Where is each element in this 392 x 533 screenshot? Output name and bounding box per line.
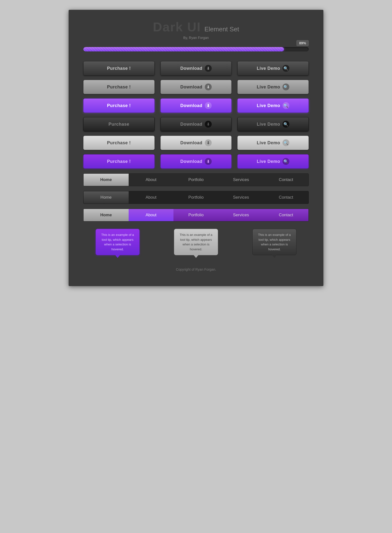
livedemo-button-purpleflat[interactable]: Live Demo 🔍	[237, 154, 309, 169]
purchase-label-dark2: Purchase	[109, 122, 129, 127]
title-text: Dark UI	[153, 20, 201, 34]
nav3-home[interactable]: Home	[84, 209, 129, 221]
header: Dark UI Element Set By, Ryan Forgan	[83, 20, 309, 40]
livedemo-label-purple: Live Demo	[257, 103, 280, 108]
navbar-3: Home About Portfolio Services Contact	[83, 209, 309, 221]
nav1-portfolio[interactable]: Portfolio	[173, 174, 219, 186]
search-icon-lightgray: 🔍	[282, 139, 289, 146]
button-row-6: Purchase ! Download ⬇ Live Demo 🔍	[83, 154, 309, 169]
search-icon-dark2: 🔍	[282, 121, 289, 128]
download-icon-gray: ⬇	[205, 84, 212, 90]
tooltip-silver: This is an example of a tool tip, which …	[174, 229, 218, 255]
download-button-lightgray[interactable]: Download ⬇	[160, 136, 232, 150]
nav1-about[interactable]: About	[129, 174, 174, 186]
livedemo-label-lightgray: Live Demo	[257, 140, 280, 145]
download-label-purple: Download	[180, 103, 202, 108]
purchase-button-dark[interactable]: Purchase !	[83, 61, 155, 75]
tooltip-wrapper-1: This is an example of a tool tip, which …	[83, 229, 152, 255]
nav1-services[interactable]: Services	[219, 174, 264, 186]
download-button-purpleflat[interactable]: Download ⬇	[160, 154, 232, 169]
nav3-contact[interactable]: Contact	[263, 209, 308, 221]
livedemo-label-dark2: Live Demo	[257, 122, 280, 127]
button-row-4: Purchase Download ⬇ Live Demo 🔍	[83, 117, 309, 131]
download-icon-purpleflat: ⬇	[205, 158, 212, 165]
button-row-3: Purchase ! Download ⬇ Live Demo 🔍	[83, 98, 309, 113]
progress-bar-background	[83, 47, 309, 51]
nav2-contact[interactable]: Contact	[263, 191, 308, 204]
livedemo-button-purple[interactable]: Live Demo 🔍	[237, 98, 309, 113]
tooltip-dark: This is an example of a tool tip, which …	[252, 229, 296, 255]
purchase-button-gray[interactable]: Purchase !	[83, 80, 155, 94]
tooltip-dark-text: This is an example of a tool tip, which …	[258, 233, 291, 251]
download-icon-lightgray: ⬇	[205, 139, 212, 146]
search-icon-gray: 🔍	[282, 84, 289, 90]
download-label-dark2: Download	[180, 122, 202, 127]
download-icon-dark2: ⬇	[205, 121, 212, 128]
button-row-2: Purchase ! Download ⬇ Live Demo 🔍	[83, 80, 309, 94]
nav2-services[interactable]: Services	[219, 191, 264, 204]
tooltip-wrapper-2: This is an example of a tool tip, which …	[162, 229, 230, 255]
download-label-dark: Download	[180, 66, 202, 71]
livedemo-button-dark[interactable]: Live Demo 🔍	[237, 61, 309, 75]
tooltip-section: This is an example of a tool tip, which …	[83, 229, 309, 255]
purchase-label-lightgray: Purchase !	[107, 140, 131, 145]
tooltip-wrapper-3: This is an example of a tool tip, which …	[240, 229, 309, 255]
livedemo-label-purpleflat: Live Demo	[257, 159, 280, 164]
download-button-dark[interactable]: Download ⬇	[160, 61, 232, 75]
download-button-purple[interactable]: Download ⬇	[160, 98, 232, 113]
header-title: Dark UI Element Set	[83, 20, 309, 34]
nav3-portfolio[interactable]: Portfolio	[173, 209, 219, 221]
download-button-gray[interactable]: Download ⬇	[160, 80, 232, 94]
button-row-1: Purchase ! Download ⬇ Live Demo 🔍	[83, 61, 309, 75]
livedemo-button-lightgray[interactable]: Live Demo 🔍	[237, 136, 309, 150]
search-icon-dark: 🔍	[282, 65, 289, 72]
search-icon-purpleflat: 🔍	[282, 158, 289, 165]
purchase-button-purple[interactable]: Purchase !	[83, 98, 155, 113]
livedemo-button-dark2[interactable]: Live Demo 🔍	[237, 117, 309, 131]
livedemo-label-gray: Live Demo	[257, 85, 280, 90]
progress-label: 89%	[296, 40, 309, 46]
download-label-lightgray: Download	[180, 140, 202, 145]
nav1-contact[interactable]: Contact	[263, 174, 308, 186]
purchase-button-purpleflat[interactable]: Purchase !	[83, 154, 155, 169]
purchase-label-purpleflat: Purchase !	[107, 159, 131, 164]
purchase-label-gray: Purchase !	[107, 85, 131, 90]
button-row-5: Purchase ! Download ⬇ Live Demo 🔍	[83, 136, 309, 150]
nav2-portfolio[interactable]: Portfolio	[173, 191, 219, 204]
download-label-gray: Download	[180, 85, 202, 90]
nav-section: Home About Portfolio Services Contact Ho…	[83, 173, 309, 221]
nav1-home[interactable]: Home	[84, 174, 129, 186]
button-section: Purchase ! Download ⬇ Live Demo 🔍 Purcha…	[83, 61, 309, 169]
author-text: By, Ryan Forgan	[83, 36, 309, 40]
download-button-dark2[interactable]: Download ⬇	[160, 117, 232, 131]
tooltip-purple-text: This is an example of a tool tip, which …	[101, 233, 134, 251]
nav2-home[interactable]: Home	[84, 191, 129, 204]
copyright-text: Copyright of Ryan Forgan.	[176, 267, 216, 271]
purchase-label-purple: Purchase !	[107, 103, 131, 108]
tooltip-purple: This is an example of a tool tip, which …	[96, 229, 140, 255]
purchase-button-lightgray[interactable]: Purchase !	[83, 136, 155, 150]
nav3-about[interactable]: About	[129, 209, 174, 221]
download-icon-dark: ⬇	[205, 65, 212, 72]
footer: Copyright of Ryan Forgan.	[83, 267, 309, 271]
livedemo-button-gray[interactable]: Live Demo 🔍	[237, 80, 309, 94]
livedemo-label-dark: Live Demo	[257, 66, 280, 71]
navbar-2: Home About Portfolio Services Contact	[83, 191, 309, 204]
purchase-button-dark2[interactable]: Purchase	[83, 117, 155, 131]
subtitle-text: Element Set	[204, 25, 239, 33]
progress-bar-fill	[83, 47, 284, 51]
purchase-label-dark: Purchase !	[107, 66, 131, 71]
tooltip-silver-text: This is an example of a tool tip, which …	[180, 233, 212, 251]
search-icon-purple: 🔍	[282, 102, 289, 109]
download-label-purpleflat: Download	[180, 159, 202, 164]
progress-section: 89%	[83, 47, 309, 51]
navbar-1: Home About Portfolio Services Contact	[83, 173, 309, 186]
download-icon-purple: ⬇	[205, 102, 212, 109]
nav2-about[interactable]: About	[129, 191, 174, 204]
main-container: Dark UI Element Set By, Ryan Forgan 89% …	[69, 10, 323, 286]
nav3-services[interactable]: Services	[219, 209, 264, 221]
